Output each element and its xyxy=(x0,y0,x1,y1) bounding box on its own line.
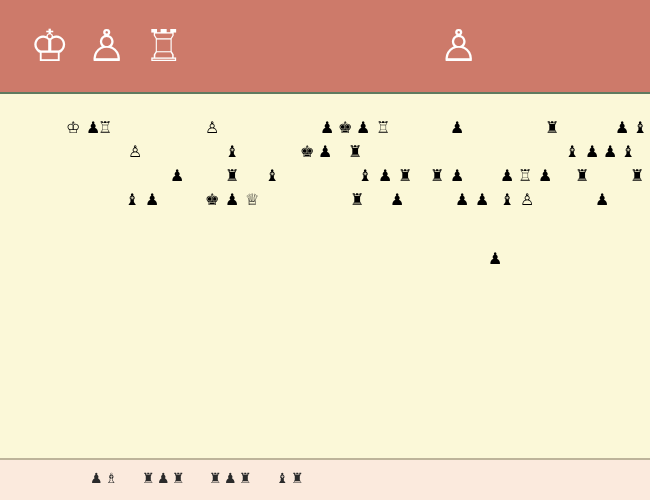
captured-piece: ♝ xyxy=(276,470,289,486)
captured-group: ♟♗ xyxy=(90,470,118,486)
chess-piece[interactable]: ♚ xyxy=(300,142,314,161)
chess-piece[interactable]: ♟ xyxy=(390,190,404,209)
chess-piece[interactable]: ♟ xyxy=(145,190,159,209)
rook-icon: ♖ xyxy=(144,24,183,68)
chess-piece[interactable]: ♕ xyxy=(245,190,259,209)
chess-piece[interactable]: ♜ xyxy=(225,166,239,185)
chess-piece[interactable]: ♝ xyxy=(500,190,514,209)
king-icon: ♔ xyxy=(30,24,69,68)
captured-piece: ♜ xyxy=(142,470,155,486)
captured-piece: ♜ xyxy=(239,470,252,486)
chess-piece[interactable]: ♖ xyxy=(376,118,390,137)
chess-piece[interactable]: ♙ xyxy=(205,118,219,137)
chess-piece[interactable]: ♟ xyxy=(595,190,609,209)
chess-piece[interactable]: ♟ xyxy=(225,190,239,209)
chess-piece[interactable]: ♟ xyxy=(378,166,392,185)
chess-piece[interactable]: ♟ xyxy=(170,166,184,185)
chess-piece[interactable]: ♜ xyxy=(430,166,444,185)
chess-piece[interactable]: ♟ xyxy=(356,118,370,137)
captured-piece: ♟ xyxy=(224,470,237,486)
chess-piece[interactable]: ♟ xyxy=(455,190,469,209)
chess-piece[interactable]: ♜ xyxy=(545,118,559,137)
chess-piece[interactable]: ♝ xyxy=(621,142,635,161)
chess-piece[interactable]: ♜ xyxy=(350,190,364,209)
pawn-icon: ♙ xyxy=(439,24,478,68)
chess-piece[interactable]: ♙ xyxy=(128,142,142,161)
chess-piece[interactable]: ♟ xyxy=(475,190,489,209)
chess-piece[interactable]: ♟ xyxy=(320,118,334,137)
chess-piece[interactable]: ♟ xyxy=(318,142,332,161)
chess-piece[interactable]: ♝ xyxy=(565,142,579,161)
chess-piece[interactable]: ♟ xyxy=(488,249,502,268)
chess-piece[interactable]: ♙ xyxy=(520,190,534,209)
chess-piece[interactable]: ♚ xyxy=(338,118,352,137)
chess-piece[interactable]: ♟ xyxy=(603,142,617,161)
chess-piece[interactable]: ♜ xyxy=(348,142,362,161)
chess-piece[interactable]: ♝ xyxy=(633,118,647,137)
chess-piece[interactable]: ♟ xyxy=(585,142,599,161)
captured-piece: ♜ xyxy=(172,470,185,486)
chess-piece[interactable]: ♚ xyxy=(205,190,219,209)
chess-piece[interactable]: ♟ xyxy=(538,166,552,185)
chess-piece[interactable]: ♖ xyxy=(98,118,112,137)
captured-piece: ♗ xyxy=(105,470,118,486)
captured-piece: ♟ xyxy=(157,470,170,486)
chess-piece[interactable]: ♟ xyxy=(615,118,629,137)
chess-piece[interactable]: ♜ xyxy=(630,166,644,185)
captured-group: ♝♜ xyxy=(276,470,304,486)
captured-group: ♜♟♜ xyxy=(142,470,185,486)
footer-bar: ♟♗♜♟♜♜♟♜♝♜ xyxy=(0,460,650,500)
chess-piece[interactable]: ♝ xyxy=(265,166,279,185)
chess-piece[interactable]: ♟ xyxy=(450,166,464,185)
chess-piece[interactable]: ♝ xyxy=(225,142,239,161)
captured-piece: ♜ xyxy=(291,470,304,486)
chess-piece[interactable]: ♜ xyxy=(575,166,589,185)
chess-piece[interactable]: ♖ xyxy=(518,166,532,185)
captured-piece: ♟ xyxy=(90,470,103,486)
chess-piece[interactable]: ♔ xyxy=(66,118,80,137)
chess-piece[interactable]: ♟ xyxy=(450,118,464,137)
board-area[interactable]: ♔♟♖♙♟♚♟♖♟♜♟♝♙♝♚♟♜♝♟♟♝♟♜♝♝♟♜♜♟♟♖♟♜♜♝♟♚♟♕♜… xyxy=(0,92,650,460)
chess-piece[interactable]: ♝ xyxy=(125,190,139,209)
header-bar: ♔ ♙ ♖ ♙ xyxy=(0,0,650,92)
captured-piece: ♜ xyxy=(209,470,222,486)
chess-piece[interactable]: ♝ xyxy=(358,166,372,185)
pawn-icon: ♙ xyxy=(87,24,126,68)
chess-piece[interactable]: ♟ xyxy=(500,166,514,185)
chess-piece[interactable]: ♜ xyxy=(398,166,412,185)
captured-group: ♜♟♜ xyxy=(209,470,252,486)
